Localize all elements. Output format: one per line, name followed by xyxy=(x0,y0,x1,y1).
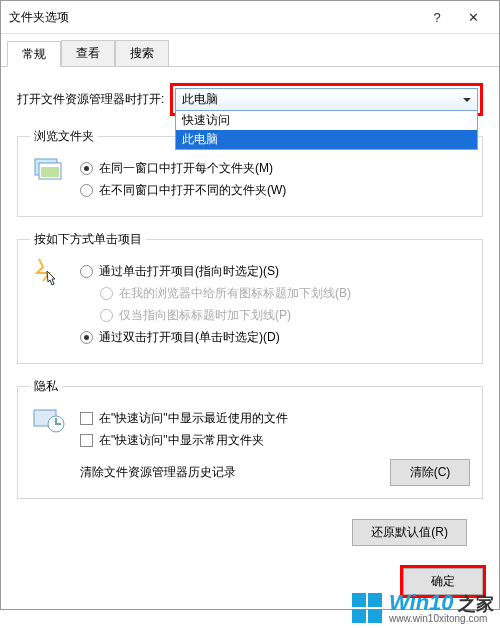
single-click-row: 通过单击打开项目(指向时选定)(S) xyxy=(30,263,470,280)
watermark: Win10 之家 www.win10xitong.com xyxy=(351,592,494,624)
restore-defaults-button[interactable]: 还原默认值(R) xyxy=(352,519,467,546)
open-with-select[interactable]: 此电脑 xyxy=(175,88,478,111)
browse-legend: 浏览文件夹 xyxy=(30,128,98,145)
close-button[interactable]: ✕ xyxy=(455,7,491,27)
titlebar: 文件夹选项 ? ✕ xyxy=(1,1,499,34)
help-button[interactable]: ? xyxy=(419,7,455,27)
clear-row: 清除文件资源管理器历史记录 清除(C) xyxy=(30,459,470,486)
tabs: 常规 查看 搜索 xyxy=(1,34,499,67)
dropdown-quick-access[interactable]: 快速访问 xyxy=(176,111,477,130)
privacy-group: 隐私 在"快速访问"中显示最近使用的文件 在"快速访问"中显示常用文件夹 清除文… xyxy=(17,378,483,499)
freq-row: 在"快速访问"中显示常用文件夹 xyxy=(30,432,470,449)
recent-label: 在"快速访问"中显示最近使用的文件 xyxy=(99,410,288,427)
content: 打开文件资源管理器时打开: 此电脑 快速访问 此电脑 浏览文件夹 xyxy=(1,67,499,558)
browse-icon xyxy=(32,152,66,186)
radio-own-window[interactable] xyxy=(80,184,93,197)
clear-button[interactable]: 清除(C) xyxy=(390,459,470,486)
tab-search[interactable]: 搜索 xyxy=(115,40,169,66)
double-click-label: 通过双击打开项目(单击时选定)(D) xyxy=(99,329,280,346)
same-window-label: 在同一窗口中打开每个文件夹(M) xyxy=(99,160,273,177)
double-click-row: 通过双击打开项目(单击时选定)(D) xyxy=(30,329,470,346)
open-with-highlight: 此电脑 快速访问 此电脑 xyxy=(170,83,483,116)
browse-same-row: 在同一窗口中打开每个文件夹(M) xyxy=(30,160,470,177)
restore-row: 还原默认值(R) xyxy=(17,513,483,546)
single-click-label: 通过单击打开项目(指向时选定)(S) xyxy=(99,263,279,280)
watermark-text: Win10 之家 www.win10xitong.com xyxy=(389,592,494,624)
recent-row: 在"快速访问"中显示最近使用的文件 xyxy=(30,410,470,427)
dropdown-this-pc[interactable]: 此电脑 xyxy=(176,130,477,149)
open-with-select-wrap: 此电脑 快速访问 此电脑 xyxy=(175,88,478,111)
frequent-label: 在"快速访问"中显示常用文件夹 xyxy=(99,432,264,449)
window-title: 文件夹选项 xyxy=(9,9,69,26)
open-with-dropdown: 快速访问 此电脑 xyxy=(175,110,478,150)
tab-view[interactable]: 查看 xyxy=(61,40,115,66)
browse-own-row: 在不同窗口中打开不同的文件夹(W) xyxy=(30,182,470,199)
radio-double-click[interactable] xyxy=(80,331,93,344)
open-with-label: 打开文件资源管理器时打开: xyxy=(17,91,164,108)
watermark-logo xyxy=(351,592,383,624)
click-icon xyxy=(32,255,66,289)
wm-url: www.win10xitong.com xyxy=(389,614,487,624)
tab-general[interactable]: 常规 xyxy=(7,41,61,67)
clear-history-label: 清除文件资源管理器历史记录 xyxy=(80,464,236,481)
click-group: 按如下方式单击项目 通过单击打开项目(指向时选定)(S) 在我的浏览器中给所有图… xyxy=(17,231,483,364)
open-with-selected: 此电脑 xyxy=(182,92,218,106)
open-with-row: 打开文件资源管理器时打开: 此电脑 快速访问 此电脑 xyxy=(17,83,483,116)
wm-suffix: 之家 xyxy=(458,594,494,614)
checkbox-recent[interactable] xyxy=(80,412,93,425)
privacy-legend: 隐私 xyxy=(30,378,62,395)
privacy-icon xyxy=(32,402,66,436)
underline-point-label: 仅当指向图标标题时加下划线(P) xyxy=(119,307,291,324)
own-window-label: 在不同窗口中打开不同的文件夹(W) xyxy=(99,182,286,199)
radio-single-click[interactable] xyxy=(80,265,93,278)
checkbox-frequent[interactable] xyxy=(80,434,93,447)
underline-all-label: 在我的浏览器中给所有图标标题加下划线(B) xyxy=(119,285,351,302)
svg-rect-2 xyxy=(41,167,59,177)
radio-underline-point xyxy=(100,309,113,322)
u1-row: 在我的浏览器中给所有图标标题加下划线(B) xyxy=(30,285,470,302)
radio-same-window[interactable] xyxy=(80,162,93,175)
click-legend: 按如下方式单击项目 xyxy=(30,231,146,248)
radio-underline-all xyxy=(100,287,113,300)
wm-brand: Win10 xyxy=(389,590,454,615)
u2-row: 仅当指向图标标题时加下划线(P) xyxy=(30,307,470,324)
window-controls: ? ✕ xyxy=(419,7,491,27)
